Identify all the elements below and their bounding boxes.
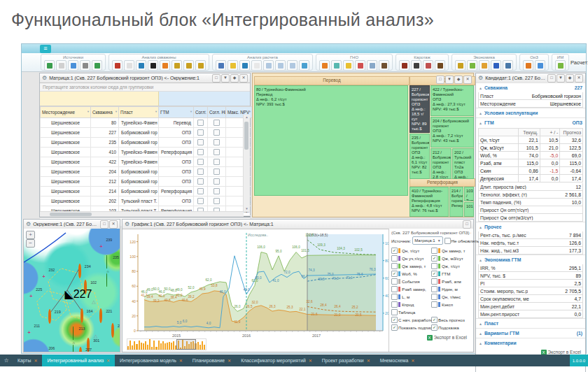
legend-checkbox[interactable] [391, 278, 398, 285]
column-header[interactable]: Скважина▼ [91, 107, 119, 118]
close-icon[interactable]: ✕ [239, 74, 248, 83]
zoom-in-button[interactable]: + [26, 231, 35, 239]
well-marker[interactable]: △ [92, 294, 95, 306]
treemap-card-204[interactable]: 204 / Бобриковский горизонтОПЗΔ неф.: 7,… [430, 117, 474, 148]
legend-item[interactable]: ✓Wоб, % [391, 271, 431, 277]
legend-item[interactable]: Таблица [391, 309, 432, 315]
close-icon[interactable]: ✕ [367, 358, 370, 363]
well-marker[interactable]: 215 [111, 324, 114, 337]
well-marker[interactable]: +211 [28, 324, 31, 337]
agree-lp-checkbox[interactable] [197, 149, 204, 155]
agree-lp-checkbox[interactable] [197, 169, 204, 175]
toolbar-tool-icon[interactable] [92, 60, 102, 71]
legend-checkbox[interactable] [391, 301, 398, 308]
legend-checkbox[interactable] [391, 309, 398, 315]
legend-checkbox[interactable] [431, 301, 438, 308]
legend-checkbox[interactable]: ✓ [431, 317, 438, 323]
toolbar-tool-icon[interactable] [523, 60, 533, 71]
legend-item[interactable]: Рзаб, атм [431, 278, 471, 285]
toolbar-tool-icon[interactable] [160, 60, 170, 71]
agree-lp-checkbox[interactable] [197, 188, 204, 194]
agree-nipi-checkbox[interactable] [214, 178, 220, 185]
agree-nipi-checkbox[interactable] [214, 188, 220, 194]
legend-checkbox[interactable] [431, 248, 438, 254]
tab-проект-разработки[interactable]: Проект разработки✕ [317, 355, 375, 366]
legend-item[interactable]: Ндин, м [431, 286, 471, 292]
toolbar-tool-icon[interactable] [355, 60, 365, 71]
agree-nipi-checkbox[interactable] [214, 169, 220, 175]
legend-checkbox[interactable] [431, 263, 438, 269]
tab-интегрированная-модель[interactable]: Интегрированная модель✕ [115, 355, 188, 366]
filter-icon[interactable]: ▼ [204, 110, 206, 113]
no-update-checkbox[interactable] [444, 238, 451, 244]
source-select[interactable]: Матрица:1▼ [412, 236, 442, 245]
section-header-layer[interactable]: ▲Пласт [476, 318, 585, 328]
treemap-card-103[interactable]: 103 / Тульский [464, 187, 474, 201]
treemap-card-227[interactable]: 227 / Бобриковский горизонтОПЗΔ неф.: 18… [410, 85, 430, 133]
legend-item[interactable]: Кэксп [431, 301, 471, 308]
zoom-out-button[interactable]: − [26, 239, 35, 248]
toolbar-tool-icon[interactable] [367, 60, 377, 71]
legend-item[interactable]: ✓Показать подписи [391, 324, 431, 331]
group-by-hint[interactable]: Перетащите заголовок колонки сюда для гр… [40, 83, 250, 92]
legend-item[interactable]: События [391, 278, 431, 285]
toolbar-tool-icon[interactable] [491, 60, 501, 71]
tab-классификатор-мероприятий[interactable]: Классификатор мероприятий✕ [236, 355, 317, 366]
expand-icon[interactable]: □ [463, 220, 471, 229]
close-icon[interactable]: ✕ [463, 76, 472, 84]
treemap-card-235[interactable]: 235 / Бобриковский горизонтОПЗΔ неф.: 6,… [410, 134, 430, 179]
well-marker[interactable]: 207 [79, 348, 82, 352]
filter-icon[interactable]: ▼ [115, 110, 118, 113]
agree-nipi-checkbox[interactable] [214, 120, 220, 126]
toolbar-tool-icon[interactable] [411, 60, 421, 71]
agree-nipi-checkbox[interactable] [214, 149, 220, 155]
expand-icon[interactable]: □ [100, 220, 108, 229]
section-header-other[interactable]: ▲Прочее [476, 222, 585, 231]
toolbar-tool-icon[interactable] [331, 60, 342, 71]
toolbar-tool-icon[interactable] [423, 60, 433, 71]
agree-nipi-checkbox[interactable] [214, 159, 220, 165]
legend-item[interactable]: ✓С нач. разработки [391, 317, 431, 323]
legend-checkbox[interactable]: ✓ [391, 271, 398, 277]
toolbar-tool-icon[interactable] [216, 60, 226, 71]
toolbar-tool-icon[interactable] [503, 60, 513, 71]
well-marker[interactable]: 213 [73, 327, 76, 352]
toolbar-tool-icon[interactable] [251, 60, 262, 71]
well-marker[interactable]: 235 [106, 256, 109, 287]
tab-карты[interactable]: Карты✕ [13, 355, 42, 366]
legend-item[interactable]: ✓Подсказка [431, 324, 471, 331]
close-icon[interactable]: ✕ [179, 358, 183, 363]
toolbar-tool-icon[interactable] [148, 60, 158, 71]
section-header-well[interactable]: ▲Скважина227 [476, 83, 585, 92]
legend-checkbox[interactable] [431, 294, 438, 300]
legend-checkbox[interactable] [431, 278, 438, 285]
gear-icon[interactable]: ⚙ [478, 75, 483, 81]
legend-checkbox[interactable] [391, 263, 398, 269]
toolbar-tool-icon[interactable] [227, 60, 238, 71]
close-icon[interactable]: ✕ [411, 358, 414, 363]
well-marker[interactable]: 221 [99, 310, 102, 322]
treemap-card-214[interactable]: 214 / Бобриковский горизонтРеперфорация [449, 187, 463, 217]
section-header-gtm[interactable]: ▲ГТМОПЗ [476, 117, 585, 127]
tab-планирование[interactable]: Планирование✕ [188, 355, 236, 366]
agree-lp-checkbox[interactable] [197, 198, 204, 204]
toolbar-tool-icon[interactable] [275, 60, 286, 71]
toolbar-tool-icon[interactable] [56, 60, 66, 71]
expand-icon[interactable]: □ [436, 76, 444, 84]
tab-мнемосхема[interactable]: Мнемосхема✕ [375, 355, 420, 366]
toolbar-tool-icon[interactable] [44, 60, 55, 71]
toolbar-tool-icon[interactable] [479, 60, 489, 71]
toolbar-tool-icon[interactable] [379, 60, 389, 71]
chevron-down-icon[interactable]: ▼ [445, 76, 454, 84]
scroll-up-icon[interactable]: ▲ [244, 115, 250, 120]
legend-checkbox[interactable] [391, 294, 398, 300]
legend-checkbox[interactable]: ✓ [391, 248, 398, 254]
column-header[interactable]: ГТМ▼ [159, 107, 194, 118]
vertical-scrollbar[interactable]: ▲▼ [243, 115, 250, 212]
legend-checkbox[interactable]: ✓ [391, 317, 398, 323]
column-header[interactable]: Месторождение▼ [41, 107, 91, 118]
treemap-card-101[interactable]: 101 [464, 202, 474, 217]
legend-item[interactable]: Qж, т/сут [431, 263, 471, 269]
well-marker[interactable]: +225 [29, 288, 32, 301]
range-selection[interactable] [176, 339, 196, 350]
